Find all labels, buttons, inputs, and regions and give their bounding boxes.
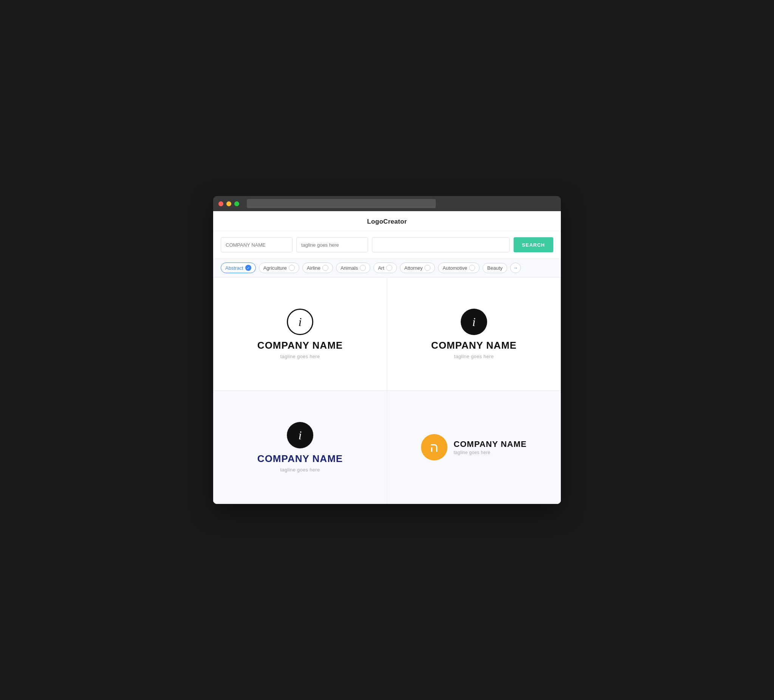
tagline-3: tagline goes here xyxy=(280,467,320,472)
check-icon-animals xyxy=(360,265,366,271)
category-label-abstract: Abstract xyxy=(225,265,243,271)
category-chip-animals[interactable]: Animals xyxy=(336,262,370,273)
search-button[interactable]: SEARCH xyxy=(514,237,553,253)
extra-input[interactable] xyxy=(372,237,510,253)
info-circle-filled-icon-2: i xyxy=(461,309,487,335)
category-label-beauty: Beauty xyxy=(487,265,502,271)
logo-inner-2: i COMPANY NAME tagline goes here xyxy=(431,309,517,359)
browser-content: LogoCreator SEARCH Abstract ✓ Agricultur… xyxy=(213,211,561,504)
category-chip-art[interactable]: Art xyxy=(374,262,397,273)
check-icon-automotive xyxy=(469,265,475,271)
category-chip-abstract[interactable]: Abstract ✓ xyxy=(221,262,256,273)
check-icon-agriculture xyxy=(289,265,295,271)
check-icon-abstract: ✓ xyxy=(245,265,251,271)
logo-inner-4: ה COMPANY NAME tagline goes here xyxy=(421,434,526,461)
app-title: LogoCreator xyxy=(367,218,407,225)
close-button[interactable] xyxy=(218,201,223,206)
category-chip-airline[interactable]: Airline xyxy=(303,262,333,273)
company-name-2: COMPANY NAME xyxy=(431,340,517,351)
tagline-input[interactable] xyxy=(296,237,368,253)
tagline-2: tagline goes here xyxy=(454,353,494,359)
maximize-button[interactable] xyxy=(234,201,239,206)
browser-titlebar xyxy=(213,196,561,211)
info-circle-filled-icon-3: i xyxy=(287,422,313,448)
category-label-agriculture: Agriculture xyxy=(263,265,287,271)
app-header: LogoCreator xyxy=(213,211,561,231)
category-label-art: Art xyxy=(378,265,384,271)
category-label-attorney: Attorney xyxy=(404,265,423,271)
company-name-3: COMPANY NAME xyxy=(257,453,343,465)
category-label-automotive: Automotive xyxy=(443,265,467,271)
i-letter-3: i xyxy=(299,429,302,441)
check-icon-airline xyxy=(322,265,328,271)
heh-letter: ה xyxy=(430,441,439,454)
address-bar[interactable] xyxy=(247,199,436,208)
search-bar: SEARCH xyxy=(213,231,561,259)
company-name-4: COMPANY NAME xyxy=(453,439,526,449)
category-label-animals: Animals xyxy=(341,265,358,271)
logo-cell-4[interactable]: ה COMPANY NAME tagline goes here xyxy=(387,391,561,504)
logo-cell-2[interactable]: i COMPANY NAME tagline goes here xyxy=(387,277,561,391)
category-label-airline: Airline xyxy=(307,265,321,271)
category-bar: Abstract ✓ Agriculture Airline Animals A… xyxy=(213,259,561,277)
minimize-button[interactable] xyxy=(227,201,231,206)
i-letter-2: i xyxy=(472,316,476,328)
logo-inner-1: i COMPANY NAME tagline goes here xyxy=(257,309,343,359)
logo-text-group-4: COMPANY NAME tagline goes here xyxy=(453,439,526,455)
logo-inner-3: i COMPANY NAME tagline goes here xyxy=(257,422,343,472)
category-chip-beauty[interactable]: Beauty xyxy=(483,263,507,273)
tagline-4: tagline goes here xyxy=(453,450,526,455)
next-categories-button[interactable]: → xyxy=(510,262,521,273)
i-letter-1: i xyxy=(299,316,302,328)
check-icon-attorney xyxy=(424,265,430,271)
heh-circle-icon: ה xyxy=(421,434,448,461)
browser-window: LogoCreator SEARCH Abstract ✓ Agricultur… xyxy=(213,196,561,504)
category-chip-agriculture[interactable]: Agriculture xyxy=(259,262,299,273)
logo-grid: i COMPANY NAME tagline goes here i COMPA… xyxy=(213,277,561,504)
logo-cell-3[interactable]: i COMPANY NAME tagline goes here xyxy=(213,391,387,504)
category-chip-attorney[interactable]: Attorney xyxy=(400,262,435,273)
tagline-1: tagline goes here xyxy=(280,353,320,359)
company-name-input[interactable] xyxy=(221,237,293,253)
check-icon-art xyxy=(386,265,392,271)
company-name-1: COMPANY NAME xyxy=(257,340,343,351)
logo-cell-1[interactable]: i COMPANY NAME tagline goes here xyxy=(213,277,387,391)
category-chip-automotive[interactable]: Automotive xyxy=(438,262,480,273)
info-circle-outline-icon: i xyxy=(287,309,313,335)
